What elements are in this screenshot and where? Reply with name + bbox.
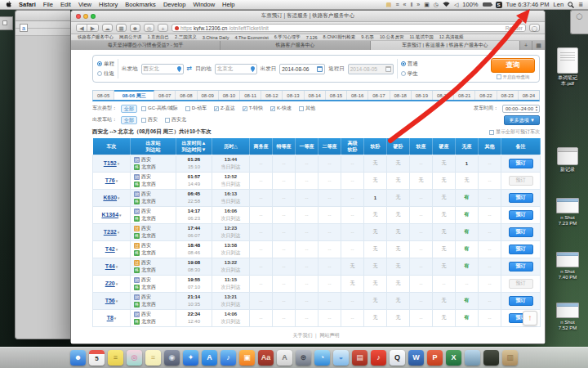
dock-stickies-icon[interactable]: ≡ xyxy=(108,350,123,366)
passenger-type-radio[interactable] xyxy=(401,71,406,76)
train-code-link[interactable]: T8 xyxy=(107,315,114,321)
column-header[interactable]: 硬座 xyxy=(433,138,456,155)
column-header[interactable]: 特等座 xyxy=(273,138,296,155)
date-tab-08-06[interactable]: 08-06 周三 xyxy=(114,90,154,100)
book-button[interactable]: 预订 xyxy=(509,296,533,306)
expand-caret-icon[interactable]: ▾ xyxy=(119,213,122,218)
column-header[interactable]: 其他 xyxy=(479,138,501,155)
apple-menu-icon[interactable] xyxy=(5,1,12,8)
all-types-badge[interactable]: 全部 xyxy=(121,105,137,113)
dock-app-store-icon[interactable]: A xyxy=(202,350,217,366)
background-window[interactable]: a xyxy=(15,10,70,339)
date-tab-08-11[interactable]: 08-11 xyxy=(240,91,261,100)
depart-time-select[interactable]: 00:00--24:00 ▲▼ xyxy=(502,105,540,113)
from-station-input[interactable]: 西安北 xyxy=(141,64,184,74)
train-type-checkbox[interactable] xyxy=(243,106,247,111)
date-tab-08-20[interactable]: 08-20 xyxy=(433,91,454,100)
expand-caret-icon[interactable]: ▾ xyxy=(116,281,118,286)
dock-excel-icon[interactable]: X xyxy=(446,350,461,366)
column-header[interactable]: 软卧 xyxy=(364,138,387,155)
dock-qq-browser-icon[interactable]: ◔ xyxy=(314,350,330,366)
train-type-option[interactable]: GC-高铁/城际 xyxy=(141,105,178,112)
train-code-link[interactable]: T42 xyxy=(105,246,115,252)
date-tab-08-07[interactable]: 08-07 xyxy=(154,91,176,100)
train-code-link[interactable]: Z20 xyxy=(105,280,115,286)
bookmark-item[interactable]: 3.China Daily xyxy=(203,35,229,40)
dock-trash-icon[interactable]: ▥ xyxy=(502,350,518,366)
expand-caret-icon[interactable]: ▾ xyxy=(118,161,120,166)
train-code-link[interactable]: K1364 xyxy=(101,212,118,218)
top-sites-icon[interactable]: ▦ xyxy=(116,24,127,32)
forward-button[interactable]: ▶ xyxy=(87,25,98,31)
date-tab-08-24[interactable]: 08-24 xyxy=(519,91,539,100)
dock-maps-icon[interactable]: ◒ xyxy=(333,350,349,366)
train-type-option[interactable]: K-快速 xyxy=(270,105,292,112)
calendar-icon[interactable] xyxy=(317,66,323,72)
date-tab-08-14[interactable]: 08-14 xyxy=(305,91,326,100)
menu-history[interactable]: History xyxy=(98,1,118,8)
browser-tab[interactable]: 铁路客户服务中心 xyxy=(220,41,370,50)
date-tab-08-08[interactable]: 08-08 xyxy=(176,91,197,100)
bookmark-item[interactable]: 4.The Economist xyxy=(234,35,268,40)
train-type-checkbox[interactable] xyxy=(141,106,146,111)
passenger-type-普通[interactable]: 普通 xyxy=(401,61,418,68)
minimize-button[interactable] xyxy=(83,14,88,19)
dock-netease-music-icon[interactable]: ♪ xyxy=(371,350,386,366)
train-type-checkbox[interactable] xyxy=(299,106,304,111)
dock-word-icon[interactable]: W xyxy=(408,350,424,366)
book-button[interactable]: 预订 xyxy=(509,227,533,237)
app-status-icon[interactable]: ▤ xyxy=(386,0,392,10)
date-tab-08-16[interactable]: 08-16 xyxy=(347,91,368,100)
date-tab-08-18[interactable]: 08-18 xyxy=(390,91,412,100)
menu-view[interactable]: View xyxy=(78,1,92,8)
menu-bar-clock[interactable]: Tue 6:37:46 PM xyxy=(506,1,550,8)
bookmark-item[interactable]: 11.笔试中国 xyxy=(410,34,434,40)
new-tab-icon[interactable]: ＋ xyxy=(158,24,168,32)
expand-caret-icon[interactable]: ▾ xyxy=(118,230,120,235)
book-button[interactable]: 预订 xyxy=(509,193,533,203)
bookmark-item[interactable]: 铁路客户服务中心 xyxy=(78,34,114,40)
sidebar-icon[interactable]: ☻ xyxy=(130,24,140,32)
train-type-option[interactable]: D-动车 xyxy=(185,105,207,112)
dock-photo-file-2-icon[interactable] xyxy=(483,350,499,366)
expand-caret-icon[interactable]: ▾ xyxy=(116,247,118,252)
desktop-icon-screenshot[interactable]: n Shot 7.40 PM xyxy=(549,252,586,280)
menu-help[interactable]: Help xyxy=(221,1,235,8)
dock-notes-icon[interactable]: ≡ xyxy=(145,350,161,366)
expand-caret-icon[interactable]: ▾ xyxy=(118,195,120,200)
close-button[interactable] xyxy=(76,14,81,19)
expand-caret-icon[interactable]: ▾ xyxy=(116,178,118,183)
forward-icon[interactable]: » xyxy=(416,0,420,10)
date-tab-08-23[interactable]: 08-23 xyxy=(497,91,519,100)
to-station-input[interactable]: 北京北 xyxy=(215,64,257,74)
dock-photo-file-icon[interactable] xyxy=(465,350,480,366)
trip-type-单程[interactable]: 单程 xyxy=(97,61,114,68)
printer-icon[interactable]: ▣ xyxy=(424,0,430,10)
train-code-link[interactable]: T44 xyxy=(105,263,115,269)
train-type-checkbox[interactable] xyxy=(270,106,275,111)
passenger-type-学生[interactable]: 学生 xyxy=(401,70,418,78)
depart-station-option[interactable]: 西安 xyxy=(141,116,158,123)
trip-type-往返[interactable]: 往返 xyxy=(97,70,114,78)
icloud-tabs-icon[interactable]: ☁ xyxy=(102,24,113,32)
column-header[interactable]: 硬卧 xyxy=(387,138,410,155)
train-code-link[interactable]: T152 xyxy=(104,160,117,166)
depart-date-input[interactable]: 2014-08-06 xyxy=(279,64,325,74)
bookmark-item[interactable]: 1.直面自己 xyxy=(148,34,170,40)
desktop-icon-pdf[interactable]: 单词笔记 本.pdf xyxy=(549,47,586,87)
desktop-icon-screenshot[interactable]: n Shot 7.52 PM xyxy=(549,303,586,331)
date-tab-08-22[interactable]: 08-22 xyxy=(475,91,497,100)
bookmark-item[interactable]: 8.CNKI期刊检索 xyxy=(323,34,356,40)
pause-icon[interactable]: ‖ xyxy=(410,0,412,10)
train-type-checkbox[interactable] xyxy=(214,106,219,111)
book-button[interactable]: 预订 xyxy=(509,262,533,272)
dock-textedit-icon[interactable]: A xyxy=(277,350,292,366)
bookmark-item[interactable]: 10.公务员管 xyxy=(380,34,404,40)
browser-tab[interactable]: 每天坚持哪些小习惯会受益? - 知乎 xyxy=(71,41,220,50)
window-titlebar[interactable]: 车票预订 | 客运服务 | 铁路客户服务中心 xyxy=(71,11,545,22)
browser-tab-active[interactable]: 车票预订 | 客运服务 | 铁路客户服务中心 xyxy=(371,41,520,50)
book-button[interactable]: 预订 xyxy=(509,159,533,168)
column-header[interactable]: 车次 xyxy=(93,138,131,155)
column-header[interactable]: 二等座 xyxy=(318,138,341,155)
train-code-link[interactable]: T232 xyxy=(104,229,117,235)
